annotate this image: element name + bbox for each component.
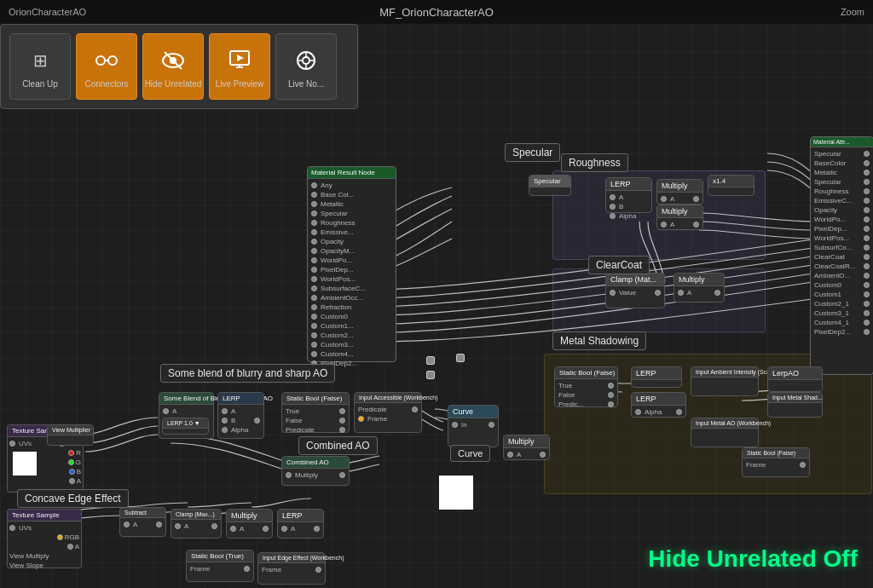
reroute-3 xyxy=(456,354,465,362)
node-combined-ao-inner[interactable]: Combined AO Multiply xyxy=(281,456,350,486)
node-multiply-rough1[interactable]: Multiply A xyxy=(656,179,703,205)
hide-unrelated-status: Hide Unrelated Off xyxy=(648,545,858,573)
material-header: Material Result Node xyxy=(308,167,396,179)
reroute-1 xyxy=(426,356,435,365)
canvas-area[interactable]: OrionCharacterAO MF_OrionCharacterAO Zoo… xyxy=(0,0,873,588)
material-right-body: Specular BaseColor Metallic Specular Rou… xyxy=(811,147,873,338)
texture-thumbnail xyxy=(13,452,37,476)
roughness-callout: Roughness xyxy=(561,153,628,172)
node-ce-mul[interactable]: Multiply A xyxy=(226,509,273,539)
node-lerp-metal[interactable]: LERP xyxy=(631,366,682,388)
node-multiply-cc[interactable]: Multiply A xyxy=(674,273,725,303)
node-preview-square xyxy=(439,476,473,510)
node-curve[interactable]: Curve In xyxy=(448,405,499,447)
texture-sample-concave[interactable]: Texture Sample UVs RGB A View Multiply V… xyxy=(7,509,82,568)
live-nodes-label: Live No... xyxy=(288,79,324,89)
node-x14[interactable]: x1.4 xyxy=(708,175,754,196)
material-node-right[interactable]: Material Attr... Specular BaseColor Meta… xyxy=(810,136,873,375)
connectors-icon xyxy=(91,45,122,76)
node-static-bool-true[interactable]: Static Bool (False) True False Predicate xyxy=(281,392,350,433)
node-ce-lerp[interactable]: LERP A xyxy=(277,509,324,539)
node-view-mult[interactable]: View Multiplier xyxy=(47,424,94,446)
live-nodes-button[interactable]: Live No... xyxy=(275,33,337,100)
live-preview-button[interactable]: Live Preview xyxy=(209,33,270,100)
live-nodes-icon xyxy=(291,45,321,76)
hide-unrelated-button[interactable]: Hide Unrelated xyxy=(142,33,204,100)
node-lerp-ao-val[interactable]: LERP Alpha xyxy=(631,392,686,418)
clearcoat-callout: ClearCoat xyxy=(588,256,650,274)
node-blend-val[interactable]: LERP 1.0 ▼ xyxy=(162,418,209,435)
connectors-button[interactable]: Connectors xyxy=(76,33,137,100)
blend-ao-callout: Some blend of blurry and sharp AO xyxy=(160,364,335,383)
node-static-bool[interactable]: Static Bool (False) True False Predic... xyxy=(554,366,618,407)
node-static-bool-2[interactable]: Static Bool (False) Frame xyxy=(742,447,810,477)
node-input-edge[interactable]: Input Edge Effect (Workbench) Frame xyxy=(257,552,326,585)
node-input-accessible[interactable]: Input Accessible (Workbench) Predicate F… xyxy=(354,392,422,433)
material-right-header: Material Attr... xyxy=(811,137,873,147)
svg-point-0 xyxy=(96,56,105,65)
hide-unrelated-label: Hide Unrelated xyxy=(145,79,202,89)
node-clearcoat-op[interactable]: Clamp (Mat... Value xyxy=(605,273,665,308)
node-input-ambient[interactable]: Input Ambient Intensity (Scalar) xyxy=(691,366,759,396)
curve-callout: Curve xyxy=(450,445,490,462)
node-blend-ao-node2[interactable]: LERP A B Alpha xyxy=(217,392,264,439)
cleanup-label: Clean Up xyxy=(22,79,58,89)
concave-edge-callout: Concave Edge Effect xyxy=(17,489,129,508)
node-input-metal-ao[interactable]: Input Metal AO (Workbench) xyxy=(691,418,759,447)
hide-unrelated-icon xyxy=(158,45,188,76)
metal-callout: Metal Shadowing xyxy=(552,331,646,350)
svg-point-10 xyxy=(303,57,309,64)
cleanup-button[interactable]: ⊞ Clean Up xyxy=(9,33,71,100)
node-static-bool-bottom[interactable]: Static Bool (True) Frame xyxy=(186,550,254,582)
node-ce-1[interactable]: Subtract A xyxy=(119,507,166,537)
window-tab-title: OrionCharacterAO xyxy=(9,7,86,17)
zoom-label: Zoom xyxy=(841,7,864,17)
live-preview-label: Live Preview xyxy=(216,79,264,89)
node-specular-small[interactable]: Specular xyxy=(529,175,571,196)
node-input-metal-sharp[interactable]: Input Metal Shad... xyxy=(767,392,823,418)
title-bar: OrionCharacterAO MF_OrionCharacterAO Zoo… xyxy=(0,0,873,24)
main-title: MF_OrionCharacterAO xyxy=(379,6,494,19)
connectors-label: Connectors xyxy=(84,79,128,89)
node-lerp-roughness[interactable]: LERP A B Alpha xyxy=(605,177,652,213)
node-lerp-metal2[interactable]: LerpAO xyxy=(767,366,823,392)
material-body: Any Base Col... Metallic Specular Roughn… xyxy=(308,179,396,370)
live-preview-icon xyxy=(224,45,255,76)
toolbar-panel: ⊞ Clean Up Connectors Hide Unrel xyxy=(0,24,358,109)
material-result-node[interactable]: Material Result Node Any Base Col... Met… xyxy=(307,166,396,362)
node-multiply-ao[interactable]: Multiply A xyxy=(503,435,550,460)
cleanup-icon: ⊞ xyxy=(25,45,55,76)
node-ce-clamp[interactable]: Clamp (Max...) A xyxy=(171,509,222,539)
reroute-2 xyxy=(426,371,435,379)
svg-point-1 xyxy=(108,56,117,65)
specular-callout: Specular xyxy=(505,143,560,162)
node-multiply-rough2[interactable]: Multiply A xyxy=(656,205,703,230)
combined-ao-callout: Combined AO xyxy=(298,436,378,455)
